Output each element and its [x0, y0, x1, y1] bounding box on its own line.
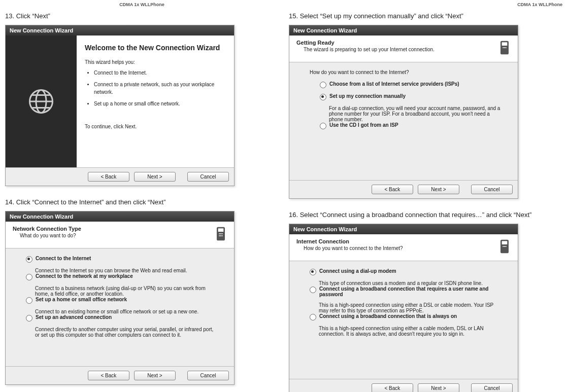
product-header-left: CDMA 1x WLLPhone — [5, 2, 279, 7]
wizard-welcome-text: Welcome to the New Connection Wizard Thi… — [77, 35, 234, 167]
radio-option[interactable]: Connect using a dial-up modem — [310, 268, 503, 275]
radio-label: Set up a home or small office network — [36, 297, 127, 302]
cancel-button[interactable]: Cancel — [187, 371, 229, 380]
radio-desc: This type of connection uses a modem and… — [319, 280, 503, 286]
wizard-buttons: < Back Next > Cancel — [289, 379, 518, 392]
wizard-titlebar: New Connection Wizard — [6, 211, 234, 222]
wizard-buttons: < Back Next > Cancel — [6, 167, 234, 186]
radio-icon — [26, 274, 32, 280]
radio-desc: Connect to the Internet so you can brows… — [35, 268, 219, 273]
welcome-bullet: Connect to a private network, such as yo… — [94, 81, 226, 96]
radio-icon — [26, 297, 32, 304]
wizard-titlebar: New Connection Wizard — [289, 224, 518, 234]
radio-desc: This is a high-speed connection using ei… — [319, 302, 503, 313]
page-right: CDMA 1x WLLPhone 15. Select “Set up my c… — [284, 0, 567, 392]
radio-option[interactable]: Set up my connection manually — [320, 93, 503, 100]
radio-icon — [320, 82, 326, 88]
radio-label: Set up my connection manually — [329, 93, 406, 99]
radio-icon — [320, 123, 326, 129]
radio-option[interactable]: Connect to the Internet — [26, 256, 219, 263]
next-button[interactable]: Next > — [418, 185, 459, 194]
phone-icon — [213, 226, 229, 243]
radio-desc: Connect to an existing home or small off… — [35, 309, 219, 314]
back-button[interactable]: < Back — [372, 383, 413, 392]
wizard-pane-body: How do you want to connect to the Intern… — [289, 62, 518, 180]
welcome-bullets: Connect to the Internet. Connect to a pr… — [85, 69, 226, 108]
radio-label: Connect to the Internet — [36, 256, 91, 261]
back-button[interactable]: < Back — [88, 172, 129, 182]
welcome-bullet: Set up a home or small office network. — [94, 100, 226, 108]
wizard-pane-body: Connect using a dial-up modem This type … — [289, 261, 518, 379]
radio-label: Use the CD I got from an ISP — [329, 122, 398, 128]
pane-title-block: Getting Ready The wizard is preparing to… — [296, 40, 435, 52]
radio-option[interactable]: Connect to the network at my workplace — [26, 273, 219, 280]
next-button[interactable]: Next > — [418, 383, 459, 392]
svg-point-12 — [503, 47, 504, 48]
pane-title: Network Connection Type — [13, 226, 81, 232]
back-button[interactable]: < Back — [372, 185, 413, 194]
svg-point-4 — [219, 233, 220, 234]
next-button[interactable]: Next > — [134, 172, 176, 182]
svg-point-7 — [219, 235, 220, 236]
continue-text: To continue, click Next. — [85, 123, 226, 130]
svg-rect-3 — [218, 228, 224, 232]
radio-desc: This is a high-speed connection using ei… — [319, 326, 503, 337]
radio-icon — [26, 256, 32, 263]
svg-point-19 — [506, 246, 507, 247]
cancel-button[interactable]: Cancel — [471, 185, 513, 194]
radio-label: Connect using a broadband connection tha… — [319, 286, 503, 297]
phone-icon — [496, 238, 513, 256]
wizard-body: Welcome to the New Connection Wizard Thi… — [6, 35, 234, 167]
svg-point-18 — [504, 246, 505, 247]
radio-icon — [310, 269, 316, 275]
wizard-buttons: < Back Next > Cancel — [289, 180, 518, 198]
radio-option[interactable]: Set up an advanced connection — [26, 314, 219, 322]
back-button[interactable]: < Back — [88, 371, 129, 380]
radio-icon — [310, 287, 316, 293]
step16-instruction: 16. Select “Connect using a broadband co… — [289, 211, 562, 219]
radio-label: Connect to the network at my workplace — [36, 273, 133, 279]
svg-point-8 — [220, 235, 221, 236]
step14-instruction: 14. Click “Connect to the Internet” and … — [5, 198, 279, 206]
pane-title: Getting Ready — [296, 40, 435, 46]
pane-subtitle: How do you want to connect to the Intern… — [304, 245, 403, 251]
svg-point-9 — [222, 235, 223, 236]
wizard-step16: New Connection Wizard Internet Connectio… — [289, 224, 518, 392]
phone-icon — [496, 40, 513, 57]
wizard-titlebar: New Connection Wizard — [289, 25, 518, 35]
next-button[interactable]: Next > — [134, 371, 176, 380]
step13-instruction: 13. Click “Next” — [5, 12, 279, 20]
pane-title-block: Network Connection Type What do you want… — [13, 226, 81, 238]
cancel-button[interactable]: Cancel — [471, 383, 513, 392]
radio-icon — [310, 314, 316, 320]
radio-desc: Connect directly to another computer usi… — [35, 327, 219, 338]
wizard-side-graphic — [6, 35, 77, 167]
helps-you-text: This wizard helps you: — [85, 58, 226, 66]
radio-label: Connect using a dial-up modem — [319, 268, 396, 274]
wizard-pane-header: Getting Ready The wizard is preparing to… — [289, 35, 518, 62]
pane-subtitle: What do you want to do? — [20, 233, 81, 238]
svg-point-5 — [220, 233, 221, 234]
pane-title: Internet Connection — [296, 238, 403, 244]
svg-rect-16 — [502, 241, 508, 244]
radio-option[interactable]: Set up a home or small office network — [26, 297, 219, 304]
product-header-right: CDMA 1x WLLPhone — [289, 2, 562, 7]
svg-point-14 — [506, 47, 507, 48]
svg-point-17 — [503, 246, 504, 247]
options-group: Choose from a list of Internet service p… — [310, 81, 503, 129]
pane-title-block: Internet Connection How do you want to c… — [296, 238, 403, 251]
radio-option[interactable]: Use the CD I got from an ISP — [320, 122, 503, 129]
radio-desc: For a dial-up connection, you will need … — [329, 105, 503, 122]
radio-icon — [320, 94, 326, 100]
cancel-button[interactable]: Cancel — [187, 172, 229, 182]
radio-icon — [26, 315, 32, 322]
radio-option[interactable]: Choose from a list of Internet service p… — [320, 81, 503, 88]
document-spread: CDMA 1x WLLPhone 13. Click “Next” New Co… — [0, 0, 568, 392]
welcome-bullet: Connect to the Internet. — [94, 69, 226, 77]
pane-subtitle: The wizard is preparing to set up your I… — [304, 47, 435, 52]
wizard-pane-body: Connect to the Internet Connect to the I… — [6, 248, 234, 366]
svg-rect-11 — [502, 42, 508, 46]
wizard-step14: New Connection Wizard Network Connection… — [5, 211, 235, 385]
radio-option[interactable]: Connect using a broadband connection tha… — [310, 313, 503, 320]
radio-option[interactable]: Connect using a broadband connection tha… — [310, 286, 503, 297]
